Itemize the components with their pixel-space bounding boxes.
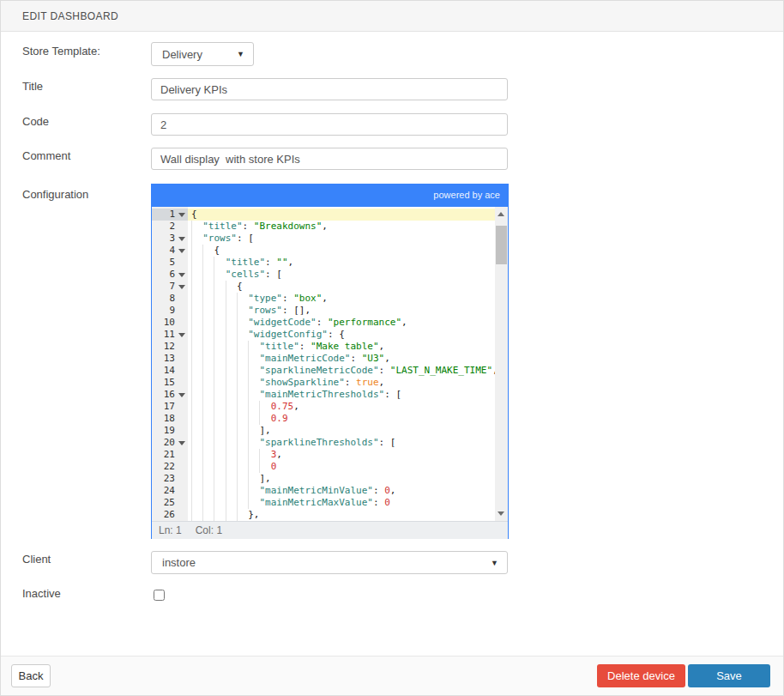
gutter-line-number: 1 [152,209,188,221]
code-line[interactable]: ], [188,425,508,437]
gutter-line-number: 24 [152,485,188,497]
code-line[interactable]: 0.75, [188,401,508,413]
code-line[interactable]: }, [188,509,508,521]
chevron-down-icon: ▼ [237,50,244,58]
code-line[interactable]: "sparklineMetricCode": "LAST_N_MAKE_TIME… [188,365,508,377]
panel-title: EDIT DASHBOARD [1,1,783,32]
store-template-select[interactable]: Delivery ▼ [151,42,254,66]
code-line[interactable]: "title": "Make table", [188,341,508,353]
fold-toggle-icon[interactable] [178,237,185,241]
fold-toggle-icon[interactable] [178,213,185,217]
gutter-line-number: 12 [152,341,188,353]
store-template-label: Store Template: [22,45,100,57]
delete-device-button[interactable]: Delete device [597,664,685,687]
gutter-line-number: 9 [152,305,188,317]
scrollbar-thumb[interactable] [496,226,507,264]
gutter-line-number: 5 [152,257,188,269]
scroll-up-arrow-icon[interactable] [498,212,504,216]
fold-toggle-icon[interactable] [178,393,185,397]
client-label: Client [22,553,51,566]
code-line[interactable]: "widgetConfig": { [188,329,508,341]
gutter-line-number: 18 [152,413,188,425]
fold-toggle-icon[interactable] [178,285,185,289]
gutter-line-number: 20 [152,437,188,449]
editor-menubar: powered by ace [152,185,508,207]
status-column-indicator: Col: 1 [196,524,222,536]
gutter-line-number: 2 [152,221,188,233]
code-line[interactable]: "widgetCode": "performance", [188,317,508,329]
gutter-line-number: 25 [152,497,188,509]
code-line[interactable]: "cells": [ [188,269,508,281]
gutter-line-number: 4 [152,245,188,257]
comment-input[interactable] [151,148,508,170]
inactive-label: Inactive [22,587,61,600]
code-input[interactable] [151,113,508,136]
editor-status-bar: Ln: 1Col: 1 [152,521,508,539]
editor-body[interactable]: 1234567891011121314151617181920212223242… [152,207,508,521]
code-line[interactable]: { [188,245,508,257]
code-label: Code [22,115,49,128]
code-line[interactable]: 0 [188,461,508,473]
scroll-down-arrow-icon[interactable] [498,511,504,516]
code-line[interactable]: "mainMetricMinValue": 0, [188,485,508,497]
fold-toggle-icon[interactable] [178,333,185,337]
back-button[interactable]: Back [11,664,51,687]
title-label: Title [22,80,43,93]
gutter-line-number: 15 [152,377,188,389]
code-line[interactable]: "type": "box", [188,293,508,305]
gutter-line-number: 8 [152,293,188,305]
powered-by-ace-link[interactable]: powered by ace [433,190,500,200]
gutter-line-number: 13 [152,353,188,365]
gutter-line-number: 14 [152,365,188,377]
gutter-line-number: 22 [152,461,188,473]
code-line[interactable]: "title": "", [188,257,508,269]
fold-toggle-icon[interactable] [178,441,185,445]
comment-label: Comment [22,149,70,162]
save-button[interactable]: Save [688,664,770,687]
gutter-line-number: 26 [152,509,188,521]
fold-toggle-icon[interactable] [178,249,185,253]
gutter-line-number: 11 [152,329,188,341]
code-line[interactable]: 3, [188,449,508,461]
gutter-line-number: 19 [152,425,188,437]
gutter-line-number: 23 [152,473,188,485]
editor-vertical-scrollbar[interactable] [495,207,508,521]
gutter-line-number: 7 [152,281,188,293]
configuration-label: Configuration [22,188,88,201]
chevron-down-icon: ▼ [491,559,498,567]
gutter-line-number: 17 [152,401,188,413]
gutter-line-number: 16 [152,389,188,401]
code-line[interactable]: 0.9 [188,413,508,425]
client-value: instore [162,556,196,569]
code-line[interactable]: "sparklineThresholds": [ [188,437,508,449]
editor-code-lines[interactable]: {"title": "Breakdowns","rows": [{"title"… [188,207,508,521]
code-line[interactable]: "rows": [ [188,233,508,245]
status-line-indicator: Ln: 1 [159,524,182,536]
code-line[interactable]: ], [188,473,508,485]
title-input[interactable] [151,78,508,100]
configuration-json-editor: powered by ace 1234567891011121314151617… [151,184,509,539]
editor-gutter: 1234567891011121314151617181920212223242… [152,207,188,521]
gutter-line-number: 6 [152,269,188,281]
gutter-line-number: 3 [152,233,188,245]
gutter-line-number: 10 [152,317,188,329]
edit-dashboard-panel: EDIT DASHBOARD Store Template: Delivery … [0,0,784,696]
fold-toggle-icon[interactable] [178,273,185,277]
code-line[interactable]: { [188,209,508,221]
code-line[interactable]: { [188,281,508,293]
client-select[interactable]: instore ▼ [151,551,508,574]
inactive-checkbox[interactable] [154,590,165,601]
code-line[interactable]: "showSparkline": true, [188,377,508,389]
code-line[interactable]: "title": "Breakdowns", [188,221,508,233]
code-line[interactable]: "mainMetricThresholds": [ [188,389,508,401]
code-line[interactable]: "mainMetricCode": "U3", [188,353,508,365]
code-line[interactable]: "rows": [], [188,305,508,317]
gutter-line-number: 21 [152,449,188,461]
footer-bar: Back Delete device Save [1,656,783,695]
code-line[interactable]: "mainMetricMaxValue": 0 [188,497,508,509]
store-template-value: Delivery [162,48,202,61]
